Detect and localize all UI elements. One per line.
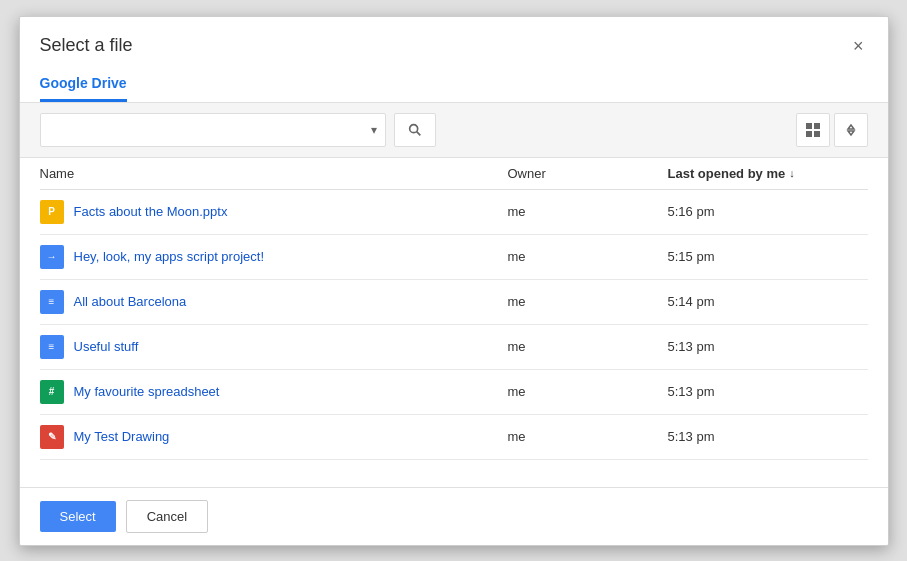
file-icon-pptx: P: [40, 200, 64, 224]
file-date: 5:13 pm: [668, 339, 868, 354]
table-row[interactable]: ✎ My Test Drawing me 5:13 pm: [40, 415, 868, 460]
svg-rect-2: [806, 123, 812, 129]
file-table: Name Owner Last opened by me ↓ P Facts a…: [20, 158, 888, 487]
file-name: All about Barcelona: [74, 294, 187, 309]
svg-line-1: [416, 131, 420, 135]
file-name-cell: # My favourite spreadsheet: [40, 380, 508, 404]
file-date: 5:13 pm: [668, 384, 868, 399]
view-buttons: [796, 113, 868, 147]
grid-view-button[interactable]: [796, 113, 830, 147]
sort-view-button[interactable]: [834, 113, 868, 147]
table-row[interactable]: → Hey, look, my apps script project! me …: [40, 235, 868, 280]
col-date-header[interactable]: Last opened by me ↓: [668, 166, 868, 181]
table-header: Name Owner Last opened by me ↓: [40, 158, 868, 190]
col-name-header: Name: [40, 166, 508, 181]
file-name-cell: → Hey, look, my apps script project!: [40, 245, 508, 269]
file-icon-script: →: [40, 245, 64, 269]
svg-rect-3: [814, 123, 820, 129]
cancel-button[interactable]: Cancel: [126, 500, 208, 533]
tabs-bar: Google Drive: [20, 67, 888, 102]
file-icon-doc: ≡: [40, 290, 64, 314]
table-row[interactable]: ≡ Useful stuff me 5:13 pm: [40, 325, 868, 370]
svg-rect-5: [814, 131, 820, 137]
file-icon-drawing: ✎: [40, 425, 64, 449]
svg-point-0: [409, 124, 417, 132]
sort-icon: [843, 122, 859, 138]
grid-icon: [805, 122, 821, 138]
file-name: Facts about the Moon.pptx: [74, 204, 228, 219]
file-icon-doc: ≡: [40, 335, 64, 359]
search-dropdown-button[interactable]: ▾: [363, 123, 385, 137]
dialog-footer: Select Cancel: [20, 487, 888, 545]
file-owner: me: [508, 429, 668, 444]
file-date: 5:13 pm: [668, 429, 868, 444]
file-date: 5:16 pm: [668, 204, 868, 219]
select-file-dialog: Select a file × Google Drive ▾: [19, 16, 889, 546]
tab-google-drive[interactable]: Google Drive: [40, 67, 127, 102]
search-icon: [407, 122, 423, 138]
table-row[interactable]: ≡ All about Barcelona me 5:14 pm: [40, 280, 868, 325]
file-owner: me: [508, 384, 668, 399]
file-owner: me: [508, 339, 668, 354]
file-owner: me: [508, 204, 668, 219]
dialog-title: Select a file: [40, 35, 133, 56]
file-name-cell: ≡ Useful stuff: [40, 335, 508, 359]
search-container: ▾: [40, 113, 386, 147]
search-input[interactable]: [41, 122, 363, 137]
search-go-button[interactable]: [394, 113, 436, 147]
select-button[interactable]: Select: [40, 501, 116, 532]
file-icon-sheet: #: [40, 380, 64, 404]
file-owner: me: [508, 294, 668, 309]
file-name: Hey, look, my apps script project!: [74, 249, 265, 264]
file-name: Useful stuff: [74, 339, 139, 354]
svg-rect-4: [806, 131, 812, 137]
file-name-cell: ≡ All about Barcelona: [40, 290, 508, 314]
file-date: 5:15 pm: [668, 249, 868, 264]
table-row[interactable]: P Facts about the Moon.pptx me 5:16 pm: [40, 190, 868, 235]
file-name: My Test Drawing: [74, 429, 170, 444]
close-button[interactable]: ×: [849, 33, 868, 59]
table-row[interactable]: # My favourite spreadsheet me 5:13 pm: [40, 370, 868, 415]
col-owner-header: Owner: [508, 166, 668, 181]
dialog-header: Select a file ×: [20, 17, 888, 59]
toolbar: ▾: [20, 102, 888, 158]
file-name-cell: P Facts about the Moon.pptx: [40, 200, 508, 224]
file-owner: me: [508, 249, 668, 264]
file-name: My favourite spreadsheet: [74, 384, 220, 399]
file-date: 5:14 pm: [668, 294, 868, 309]
file-name-cell: ✎ My Test Drawing: [40, 425, 508, 449]
